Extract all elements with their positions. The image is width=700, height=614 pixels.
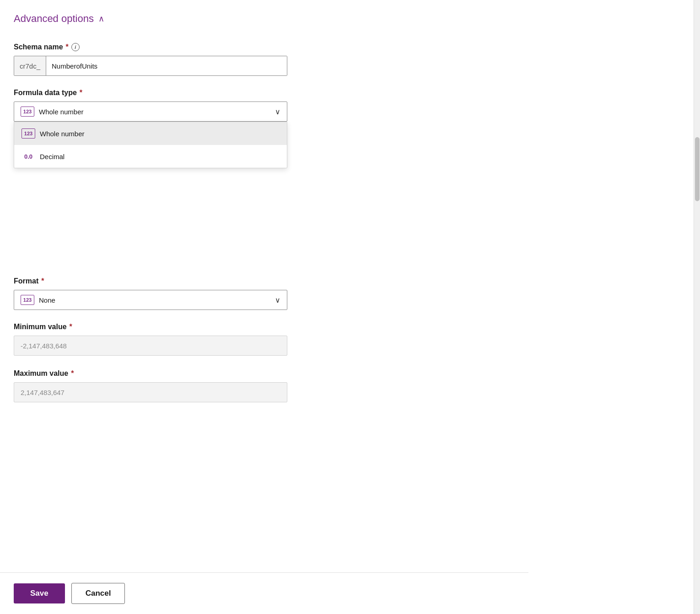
- chevron-up-icon[interactable]: ∧: [98, 14, 104, 24]
- maximum-value-section: Maximum value * 2,147,483,647: [14, 369, 510, 402]
- maximum-value-label: Maximum value *: [14, 369, 510, 378]
- formula-data-type-dropdown-wrapper: 123 Whole number ∨ 123 Whole number 0.0 …: [14, 101, 287, 122]
- minimum-value-placeholder: -2,147,483,648: [21, 342, 67, 350]
- formula-data-type-section: Formula data type * 123 Whole number ∨ 1…: [14, 89, 510, 122]
- decimal-icon: 0.0: [22, 151, 35, 161]
- minimum-value-section: Minimum value * -2,147,483,648: [14, 323, 510, 356]
- schema-name-input[interactable]: [46, 56, 287, 75]
- advanced-options-header[interactable]: Advanced options ∧: [14, 13, 510, 25]
- maximum-value-input[interactable]: 2,147,483,647: [14, 382, 287, 402]
- footer-bar: Save Cancel: [0, 572, 528, 614]
- formula-data-type-dropdown[interactable]: 123 Whole number ∨: [14, 101, 287, 122]
- format-dropdown-wrapper: 123 None ∨: [14, 290, 287, 310]
- format-chevron-icon: ∨: [275, 296, 280, 304]
- formula-type-option-decimal[interactable]: 0.0 Decimal: [14, 145, 287, 168]
- maximum-value-required: *: [71, 369, 74, 378]
- formula-data-type-chevron-icon: ∨: [275, 107, 280, 116]
- decimal-label: Decimal: [40, 153, 65, 160]
- whole-number-icon: 123: [22, 128, 35, 139]
- schema-name-required: *: [66, 43, 69, 51]
- format-label: Format *: [14, 277, 510, 285]
- formula-data-type-menu: 123 Whole number 0.0 Decimal: [14, 122, 287, 168]
- format-badge-icon: 123: [21, 295, 34, 305]
- format-selected: None: [39, 296, 55, 304]
- schema-name-info-icon[interactable]: i: [71, 43, 80, 51]
- save-button[interactable]: Save: [14, 583, 65, 603]
- schema-name-section: Schema name * i cr7dc_: [14, 43, 510, 76]
- cancel-button[interactable]: Cancel: [71, 583, 125, 604]
- minimum-value-input[interactable]: -2,147,483,648: [14, 336, 287, 356]
- formula-type-badge-icon: 123: [21, 107, 34, 117]
- scrollbar[interactable]: [694, 0, 700, 614]
- formula-data-type-label: Formula data type *: [14, 89, 510, 97]
- minimum-value-required: *: [70, 323, 72, 331]
- scrollbar-thumb[interactable]: [695, 137, 700, 201]
- formula-type-option-whole-number[interactable]: 123 Whole number: [14, 122, 287, 145]
- whole-number-label: Whole number: [40, 130, 85, 138]
- schema-name-label: Schema name * i: [14, 43, 510, 51]
- minimum-value-label: Minimum value *: [14, 323, 510, 331]
- schema-name-input-wrapper: cr7dc_: [14, 56, 287, 76]
- formula-data-type-selected: Whole number: [39, 108, 84, 116]
- format-required: *: [41, 277, 44, 285]
- formula-data-type-required: *: [80, 89, 82, 97]
- format-section: Format * 123 None ∨: [14, 277, 510, 310]
- advanced-options-title[interactable]: Advanced options: [14, 13, 94, 25]
- format-dropdown[interactable]: 123 None ∨: [14, 290, 287, 310]
- main-panel: Advanced options ∧ Schema name * i cr7dc…: [0, 0, 528, 434]
- maximum-value-placeholder: 2,147,483,647: [21, 389, 65, 396]
- schema-prefix: cr7dc_: [14, 56, 46, 75]
